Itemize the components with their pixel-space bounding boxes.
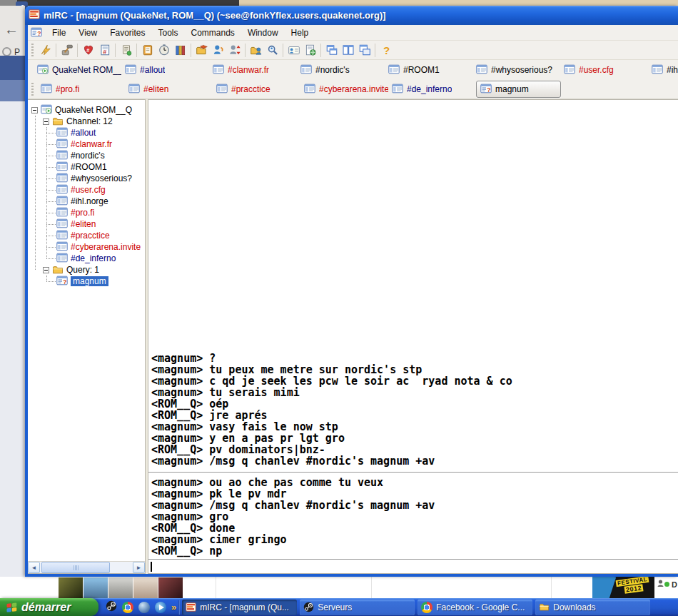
toolbar-favorites-button[interactable]: # — [80, 42, 96, 59]
facebook-chat-presence[interactable]: D — [654, 575, 678, 598]
tree-item-quakenet-rom-q[interactable]: QuakeNet ROM__Q — [28, 104, 145, 116]
taskbar-button-serveurs[interactable]: Serveurs — [300, 600, 415, 615]
toolbar-timers-button[interactable] — [156, 42, 172, 59]
switchbar-button-de-inferno[interactable]: #de_inferno — [388, 81, 476, 98]
switchbar-button-room1[interactable]: #ROOM1 — [385, 61, 472, 79]
toolbar-dcc-send-button[interactable] — [193, 42, 210, 59]
scroll-right-button[interactable]: ► — [133, 562, 145, 573]
main-area: QuakeNet ROM__QChannel: 12#allout#clanwa… — [28, 99, 678, 574]
toolbar-contacts-button[interactable] — [285, 42, 302, 59]
tree-item-channel-12[interactable]: Channel: 12 — [28, 116, 145, 127]
photo-thumbnail[interactable] — [133, 577, 158, 598]
photo-thumbnail[interactable] — [84, 577, 108, 598]
menu-favorites[interactable]: Favorites — [104, 26, 151, 39]
toolbar-address-book-button[interactable] — [139, 42, 156, 59]
switchbar-button-pro-fi[interactable]: #pro.fi — [37, 81, 125, 98]
switchbar-gripper[interactable] — [31, 83, 35, 96]
channel-icon — [56, 196, 68, 207]
message-input[interactable] — [148, 559, 678, 573]
toolbar-finger-button[interactable] — [248, 42, 264, 59]
tree-item-eliten[interactable]: #eliten — [28, 218, 145, 230]
toolbar-help-button[interactable]: ? — [378, 42, 394, 59]
toolbar-options-button[interactable] — [59, 42, 75, 59]
switchbar-button-ihl-norge[interactable]: #ihl.norge — [648, 61, 678, 79]
switchbar-button-allout[interactable]: #allout — [121, 61, 209, 79]
photo-thumbnail[interactable] — [59, 577, 83, 598]
browser-back-icon[interactable]: ← — [4, 21, 19, 38]
menu-commands[interactable]: Commands — [186, 26, 241, 39]
menu-file[interactable]: File — [46, 26, 71, 39]
switchbar-button-cyberarena-invite[interactable]: #cyberarena.invite — [300, 81, 388, 98]
scroll-left-button[interactable]: ◄ — [28, 562, 40, 573]
switchbar-button-eliten[interactable]: #eliten — [125, 81, 213, 98]
toolbar-search-button[interactable] — [264, 42, 280, 59]
festival-2012-banner: FESTIVAL 2012 — [592, 575, 654, 598]
switchbar-button-pracctice[interactable]: #pracctice — [213, 81, 300, 98]
quick-launch-steam-icon[interactable] — [106, 600, 117, 615]
menu-window[interactable]: Window — [242, 26, 284, 39]
toolbar-connect-button[interactable] — [37, 42, 54, 59]
tree-item-whysoserious[interactable]: #whysoserious? — [28, 173, 145, 184]
switchtree-panel: QuakeNet ROM__QChannel: 12#allout#clanwa… — [28, 99, 146, 574]
menu-tools[interactable]: Tools — [153, 26, 184, 39]
tree-item-nordic-s[interactable]: #nordic's — [28, 150, 145, 161]
tree-item-de-inferno[interactable]: #de_inferno — [28, 253, 145, 264]
quick-launch-chrome-icon[interactable] — [122, 602, 133, 613]
tree-item-allout[interactable]: #allout — [28, 127, 145, 138]
menu-view[interactable]: View — [73, 26, 103, 39]
channel-icon — [564, 64, 575, 76]
switchbar-button-magnum[interactable]: ?magnum — [476, 81, 561, 98]
tree-item-label: #whysoserious? — [71, 173, 132, 183]
tree-item-room1[interactable]: #ROOM1 — [28, 161, 145, 173]
quick-launch-network-icon[interactable] — [138, 602, 150, 613]
start-button[interactable]: démarrer — [0, 598, 98, 616]
switchbar-button-clanwar-fr[interactable]: #clanwar.fr — [209, 61, 297, 79]
tree-expander-icon[interactable] — [31, 107, 38, 113]
switchbar-button-quakenet-rom-q[interactable]: QuakeNet ROM__Q — [34, 61, 121, 79]
scrollbar-track[interactable] — [40, 562, 133, 573]
switchbar-label: #cyberarena.invite — [319, 84, 388, 94]
child-window-icon[interactable]: ? — [31, 27, 42, 39]
switchbar-button-nordic-s[interactable]: #nordic's — [297, 61, 385, 79]
chat-message: <magnum> ? — [151, 353, 678, 364]
quick-launch-media-player-icon[interactable] — [155, 602, 166, 613]
tree-expander-icon[interactable] — [43, 118, 49, 125]
query-icon: ? — [480, 84, 492, 95]
quick-launch-overflow-chevron[interactable]: » — [171, 602, 176, 612]
mirc-icon — [186, 602, 196, 612]
tree-item-pracctice[interactable]: #pracctice — [28, 230, 145, 241]
tree-item-magnum[interactable]: ?magnum — [28, 276, 145, 287]
toolbar-channels-list-button[interactable]: # — [96, 42, 113, 59]
taskbar-button-mirc-magnum-qu[interactable]: mIRC - [magnum (Qu... — [182, 600, 297, 615]
toolbar-notify-list-button[interactable] — [226, 42, 243, 59]
switchbar-label: magnum — [495, 84, 529, 94]
switchbar-button-whysoserious[interactable]: #whysoserious? — [472, 61, 560, 79]
toolbar-url-catcher-button[interactable] — [302, 42, 318, 59]
photo-thumbnail[interactable] — [158, 577, 183, 598]
toolbar-tile-horizontal-button[interactable] — [356, 42, 373, 59]
tree-expander-icon[interactable] — [43, 267, 49, 273]
toolbar-cascade-windows-button[interactable] — [323, 42, 340, 59]
title-bar[interactable]: mIRC - [magnum (QuakeNet, ROM__Q) (~see@… — [25, 6, 678, 25]
menu-help[interactable]: Help — [285, 26, 315, 39]
menu-bar: ? FileViewFavoritesToolsCommandsWindowHe… — [28, 25, 678, 41]
taskbar-button-downloads[interactable]: Downloads — [535, 600, 650, 615]
photo-thumbnail[interactable] — [108, 577, 133, 598]
tree-item-cyberarena-invite[interactable]: #cyberarena.invite — [28, 241, 145, 253]
switchbar-button-user-cfg[interactable]: #user.cfg — [560, 61, 648, 79]
tree-horizontal-scrollbar: ◄ ► — [28, 561, 145, 573]
scrollbar-thumb[interactable] — [41, 562, 110, 573]
toolbar-gripper[interactable] — [31, 44, 35, 56]
tree-item-user-cfg[interactable]: #user.cfg — [28, 184, 145, 196]
tree-item-query-1[interactable]: Query: 1 — [28, 264, 145, 276]
taskbar-button-facebook-google-c[interactable]: Facebook - Google C... — [418, 600, 532, 615]
folder-icon — [539, 602, 550, 612]
toolbar-tile-vertical-button[interactable] — [340, 42, 356, 59]
toolbar-chat-button[interactable] — [210, 42, 226, 59]
tree-item-pro-fi[interactable]: #pro.fi — [28, 207, 145, 218]
toolbar-help-books-button[interactable] — [172, 42, 188, 59]
toolbar-scripts-editor-button[interactable] — [118, 42, 134, 59]
tree-item-clanwar-fr[interactable]: #clanwar.fr — [28, 138, 145, 150]
tree-item-ihl-norge[interactable]: #ihl.norge — [28, 196, 145, 207]
tree-guide-line — [46, 127, 47, 258]
